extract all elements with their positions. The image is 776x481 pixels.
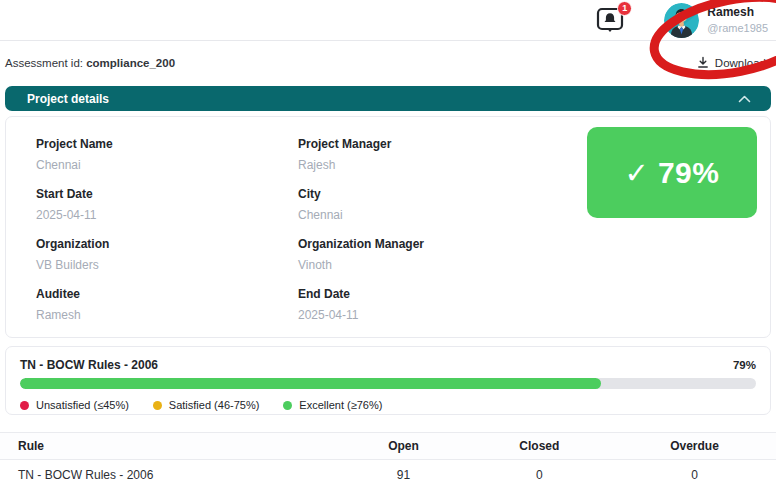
field-label: Auditee	[36, 287, 298, 301]
field-label: Organization	[36, 237, 298, 251]
table-header-row: Rule Open Closed Overdue	[0, 433, 776, 460]
compliance-title-row: TN - BOCW Rules - 2006 79%	[20, 358, 756, 372]
user-name: Ramesh	[707, 5, 768, 21]
field-value: 2025-04-11	[298, 308, 590, 322]
legend-label: Unsatisfied (≤45%)	[36, 399, 129, 411]
assessment-row: Assessment id: compliance_200 Download	[0, 41, 776, 82]
legend: Unsatisfied (≤45%) Satisfied (46-75%) Ex…	[20, 399, 756, 411]
check-icon: ✓	[625, 156, 649, 190]
project-details-header[interactable]: Project details	[5, 86, 771, 111]
field-label: Project Name	[36, 137, 298, 151]
legend-item-excellent: Excellent (≥76%)	[283, 399, 382, 411]
field-value: 2025-04-11	[36, 208, 298, 222]
column-header-closed: Closed	[466, 433, 613, 460]
project-details-card: Project Name Chennai Project Manager Raj…	[5, 116, 771, 338]
progress-bar-fill	[20, 378, 601, 389]
compliance-percent: 79%	[733, 359, 756, 371]
field-project-name: Project Name Chennai	[36, 137, 298, 172]
compliance-progress-card: TN - BOCW Rules - 2006 79% Unsatisfied (…	[5, 346, 771, 415]
cell-overdue: 0	[613, 460, 776, 481]
field-label: End Date	[298, 287, 590, 301]
legend-item-satisfied: Satisfied (46-75%)	[153, 399, 260, 411]
avatar	[664, 3, 699, 38]
legend-label: Satisfied (46-75%)	[169, 399, 260, 411]
assessment-id: Assessment id: compliance_200	[5, 57, 175, 69]
field-label: Project Manager	[298, 137, 590, 151]
cell-rule: TN - BOCW Rules - 2006	[0, 460, 341, 481]
field-organization-manager: Organization Manager Vinoth	[298, 237, 590, 272]
field-auditee: Auditee Ramesh	[36, 287, 298, 322]
field-organization: Organization VB Builders	[36, 237, 298, 272]
rules-table: Rule Open Closed Overdue TN - BOCW Rules…	[0, 432, 776, 481]
field-project-manager: Project Manager Rajesh	[298, 137, 590, 172]
cell-open: 91	[341, 460, 465, 481]
field-value: Chennai	[298, 208, 590, 222]
chevron-up-icon[interactable]	[738, 95, 751, 103]
notification-badge: 1	[617, 1, 632, 16]
column-header-overdue: Overdue	[613, 433, 776, 460]
score-box: ✓ 79%	[587, 127, 757, 218]
table-row[interactable]: TN - BOCW Rules - 2006 91 0 0	[0, 460, 776, 481]
section-title: Project details	[27, 92, 109, 106]
field-label: City	[298, 187, 590, 201]
compliance-assessment-page: 1 Ramesh @rame1985	[0, 0, 776, 481]
notification-button[interactable]: 1	[596, 6, 624, 35]
assessment-id-label: Assessment id:	[5, 57, 86, 69]
field-label: Organization Manager	[298, 237, 590, 251]
user-handle: @rame1985	[707, 21, 768, 35]
field-label: Start Date	[36, 187, 298, 201]
download-icon	[697, 56, 709, 69]
download-label: Download	[715, 57, 766, 69]
legend-item-unsatisfied: Unsatisfied (≤45%)	[20, 399, 129, 411]
top-bar: 1 Ramesh @rame1985	[0, 0, 776, 41]
column-header-rule: Rule	[0, 433, 341, 460]
progress-bar-track	[20, 378, 756, 389]
field-start-date: Start Date 2025-04-11	[36, 187, 298, 222]
field-end-date: End Date 2025-04-11	[298, 287, 590, 322]
red-dot-icon	[20, 401, 29, 410]
cell-closed: 0	[466, 460, 613, 481]
yellow-dot-icon	[153, 401, 162, 410]
field-value: VB Builders	[36, 258, 298, 272]
column-header-open: Open	[341, 433, 465, 460]
legend-label: Excellent (≥76%)	[299, 399, 382, 411]
score-value: 79%	[658, 156, 720, 190]
field-value: Rajesh	[298, 158, 590, 172]
green-dot-icon	[283, 401, 292, 410]
download-button[interactable]: Download	[697, 56, 766, 69]
field-value: Chennai	[36, 158, 298, 172]
assessment-id-value: compliance_200	[86, 57, 175, 69]
field-value: Ramesh	[36, 308, 298, 322]
user-profile-chip[interactable]: Ramesh @rame1985	[664, 3, 768, 38]
field-value: Vinoth	[298, 258, 590, 272]
compliance-rule-name: TN - BOCW Rules - 2006	[20, 358, 158, 372]
field-city: City Chennai	[298, 187, 590, 222]
